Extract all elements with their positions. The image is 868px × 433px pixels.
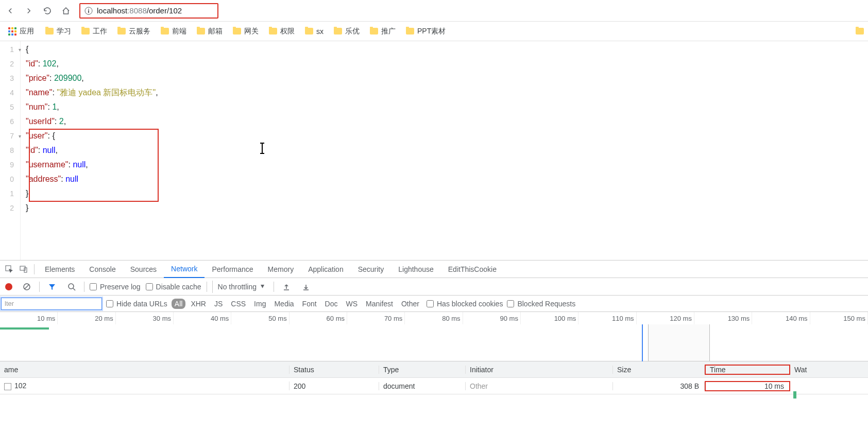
hide-data-urls-checkbox[interactable]: Hide data URLs	[106, 300, 167, 308]
filter-chip-other[interactable]: Other	[398, 299, 422, 309]
filter-chip-media[interactable]: Media	[271, 299, 297, 309]
json-line[interactable]: "username": null,	[26, 158, 158, 172]
bookmark-folder[interactable]: 权限	[264, 25, 300, 38]
network-row[interactable]: 102 200 document Other 308 B 10 ms	[0, 378, 868, 394]
bookmark-folder[interactable]: 推广	[365, 25, 401, 38]
home-button[interactable]	[59, 4, 73, 18]
bookmark-folder[interactable]: sx	[300, 25, 329, 38]
json-line[interactable]: }	[26, 186, 158, 201]
apps-button[interactable]: 应用	[4, 25, 38, 38]
filter-chip-js[interactable]: JS	[211, 299, 226, 309]
svg-line-9	[73, 288, 75, 290]
filter-chip-xhr[interactable]: XHR	[188, 299, 209, 309]
forward-button[interactable]	[22, 4, 36, 18]
devtools-tab-console[interactable]: Console	[82, 261, 123, 278]
has-blocked-cookies-checkbox[interactable]: Has blocked cookies	[427, 300, 503, 308]
json-line[interactable]: "id": 102,	[26, 57, 158, 71]
text-cursor-icon	[262, 143, 263, 153]
timeline-tick: 30 ms	[116, 312, 174, 324]
gutter-line: 2	[0, 57, 20, 71]
preserve-log-checkbox[interactable]: Preserve log	[90, 283, 141, 291]
devtools-tab-lighthouse[interactable]: Lighthouse	[391, 261, 441, 278]
search-button[interactable]	[64, 280, 79, 294]
url-host: localhost	[97, 6, 127, 15]
json-line[interactable]: "name": "雅迪 yadea 新国标电动车",	[26, 85, 158, 100]
json-line[interactable]: "price": 209900,	[26, 71, 158, 85]
col-time[interactable]: Time	[705, 365, 790, 375]
bookmark-folder[interactable]: 前端	[156, 25, 192, 38]
col-name[interactable]: ame	[0, 366, 290, 374]
bookmark-overflow-folder[interactable]	[856, 28, 864, 34]
reload-button[interactable]	[40, 4, 55, 18]
folder-icon	[45, 28, 54, 34]
json-line[interactable]: "userId": 2,	[26, 114, 158, 129]
filter-chip-ws[interactable]: WS	[343, 299, 361, 309]
throttling-select[interactable]: No throttling	[212, 281, 268, 293]
row-name: 102	[14, 382, 26, 390]
row-status: 200	[290, 382, 379, 390]
devtools-tab-performance[interactable]: Performance	[205, 261, 260, 278]
timeline-tick: 50 ms	[231, 312, 289, 324]
bookmark-folder[interactable]: 学习	[40, 25, 76, 38]
filter-chip-all[interactable]: All	[172, 299, 186, 309]
network-timeline[interactable]: 10 ms20 ms30 ms40 ms50 ms60 ms70 ms80 ms…	[0, 312, 868, 361]
upload-har-button[interactable]	[279, 280, 294, 294]
devtools-tab-application[interactable]: Application	[301, 261, 351, 278]
json-viewer: 1▾234567▾89012 { "id": 102, "price": 209…	[0, 41, 868, 260]
disable-cache-checkbox[interactable]: Disable cache	[146, 283, 201, 291]
col-initiator[interactable]: Initiator	[466, 366, 613, 374]
col-waterfall[interactable]: Wat	[790, 366, 868, 374]
timeline-tick: 140 ms	[752, 312, 810, 324]
record-button[interactable]	[5, 283, 12, 290]
clear-button[interactable]	[20, 280, 34, 294]
folder-icon	[406, 28, 414, 34]
bookmark-label: 云服务	[129, 27, 150, 36]
back-button[interactable]	[3, 4, 18, 18]
blocked-requests-checkbox[interactable]: Blocked Requests	[507, 300, 575, 308]
json-line[interactable]: "address": null	[26, 172, 158, 186]
devtools-tab-network[interactable]: Network	[164, 261, 205, 278]
timeline-tick: 90 ms	[463, 312, 521, 324]
gutter-line: 1▾	[0, 42, 20, 57]
device-mode-button[interactable]	[16, 262, 31, 276]
filter-chip-manifest[interactable]: Manifest	[363, 299, 396, 309]
bookmark-folder[interactable]: PPT素材	[401, 25, 451, 38]
json-line[interactable]: "num": 1,	[26, 100, 158, 114]
bookmark-folder[interactable]: 工作	[76, 25, 112, 38]
devtools-tab-security[interactable]: Security	[351, 261, 392, 278]
inspect-button[interactable]	[2, 262, 16, 276]
arrow-left-icon	[6, 6, 15, 15]
filter-input[interactable]	[1, 298, 102, 310]
col-type[interactable]: Type	[379, 366, 466, 374]
devtools-tab-sources[interactable]: Sources	[123, 261, 164, 278]
bookmark-folder[interactable]: 云服务	[112, 25, 156, 38]
row-size: 308 B	[613, 382, 705, 390]
devtools-tab-editthiscookie[interactable]: EditThisCookie	[441, 261, 504, 278]
filter-chip-doc[interactable]: Doc	[322, 299, 341, 309]
document-icon	[4, 383, 11, 390]
filter-chip-css[interactable]: CSS	[228, 299, 249, 309]
json-line[interactable]: "id": null,	[26, 143, 158, 158]
gutter-line: 2	[0, 201, 20, 215]
bookmark-folder[interactable]: 邮箱	[192, 25, 228, 38]
json-line[interactable]: "user": {	[26, 129, 158, 143]
row-time: 10 ms	[705, 381, 790, 391]
json-line[interactable]: }	[26, 201, 158, 215]
bookmark-folder[interactable]: 网关	[228, 25, 264, 38]
apps-label: 应用	[20, 27, 34, 36]
filter-chip-img[interactable]: Img	[251, 299, 269, 309]
col-size[interactable]: Size	[613, 366, 705, 374]
timeline-tick: 150 ms	[810, 312, 868, 324]
address-bar[interactable]: localhost:8088/order/102	[79, 3, 218, 19]
devtools-tab-memory[interactable]: Memory	[261, 261, 301, 278]
gutter-line: 1	[0, 186, 20, 201]
folder-icon	[370, 28, 378, 34]
json-line[interactable]: {	[26, 42, 158, 57]
download-har-button[interactable]	[299, 280, 313, 294]
filter-chip-font[interactable]: Font	[299, 299, 320, 309]
filter-toggle-button[interactable]	[45, 280, 59, 294]
devtools-tab-elements[interactable]: Elements	[38, 261, 82, 278]
col-status[interactable]: Status	[290, 366, 379, 374]
json-content[interactable]: { "id": 102, "price": 209900, "name": "雅…	[21, 41, 158, 260]
bookmark-folder[interactable]: 乐优	[329, 25, 365, 38]
